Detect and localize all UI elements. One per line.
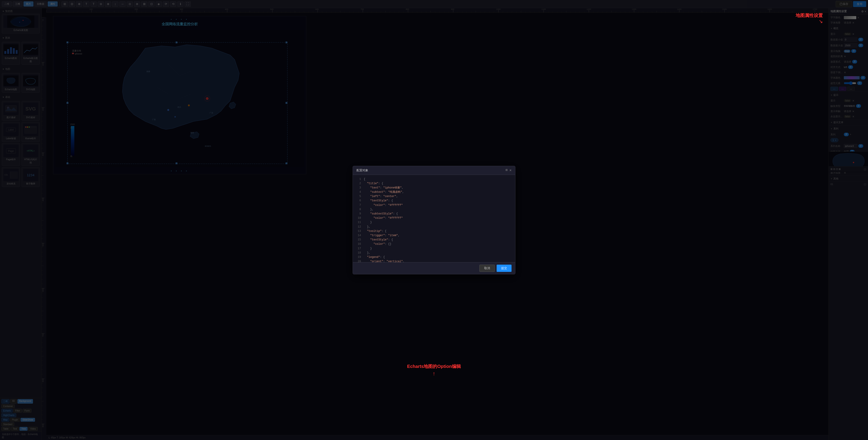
code-line-2: 2 "title": { bbox=[353, 182, 515, 186]
modal-body: 1 { 2 "title": { 3 "text": "iphone销量", 4… bbox=[353, 175, 515, 262]
modal-close-btn[interactable]: × bbox=[509, 168, 512, 172]
code-line-5: 5 "left": "center", bbox=[353, 194, 515, 199]
modal-confirm-btn[interactable]: 提交 bbox=[497, 264, 512, 272]
modal-overlay[interactable]: 配置对象 ⊞ × 1 { 2 "title": { 3 "text": "iph… bbox=[0, 0, 868, 440]
code-line-1: 1 { bbox=[353, 177, 515, 182]
modal-expand-icon[interactable]: ⊞ bbox=[505, 168, 508, 172]
modal-footer: 取消 提交 bbox=[353, 262, 515, 274]
code-line-19: 19 "legend": { bbox=[353, 255, 515, 259]
modal-title: 配置对象 bbox=[356, 168, 368, 172]
code-line-13: 13 "tooltip": { bbox=[353, 229, 515, 233]
modal-cancel-btn[interactable]: 取消 bbox=[479, 264, 495, 272]
code-line-14: 14 "trigger": "item", bbox=[353, 233, 515, 238]
code-line-10: 10 "color": "#ffffff" bbox=[353, 216, 515, 220]
code-line-12: 12 }, bbox=[353, 225, 515, 229]
code-line-8: 8 }, bbox=[353, 208, 515, 212]
code-line-9: 9 "subtextStyle": { bbox=[353, 212, 515, 216]
config-modal: 配置对象 ⊞ × 1 { 2 "title": { 3 "text": "iph… bbox=[352, 166, 515, 274]
code-line-11: 11 } bbox=[353, 220, 515, 225]
code-line-4: 4 "subtext": "纯属虚构", bbox=[353, 190, 515, 194]
code-line-7: 7 "color": "#ffffff" bbox=[353, 203, 515, 208]
code-line-15: 15 "textStyle": { bbox=[353, 238, 515, 242]
code-line-3: 3 "text": "iphone销量", bbox=[353, 186, 515, 190]
code-line-16: 16 "color": {} bbox=[353, 242, 515, 246]
code-line-6: 6 "textStyle": { bbox=[353, 199, 515, 203]
code-line-18: 18 }, bbox=[353, 251, 515, 255]
code-line-20: 20 "orient": "vertical", bbox=[353, 259, 515, 262]
code-line-17: 17 } bbox=[353, 247, 515, 251]
code-editor[interactable]: 1 { 2 "title": { 3 "text": "iphone销量", 4… bbox=[353, 175, 515, 262]
modal-header: 配置对象 ⊞ × bbox=[353, 166, 515, 175]
